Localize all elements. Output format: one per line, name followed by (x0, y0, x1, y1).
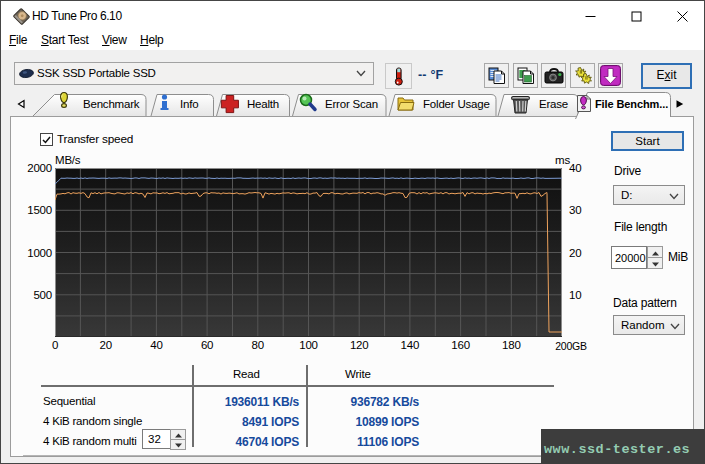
svg-text:File Benchm...: File Benchm... (595, 98, 668, 110)
